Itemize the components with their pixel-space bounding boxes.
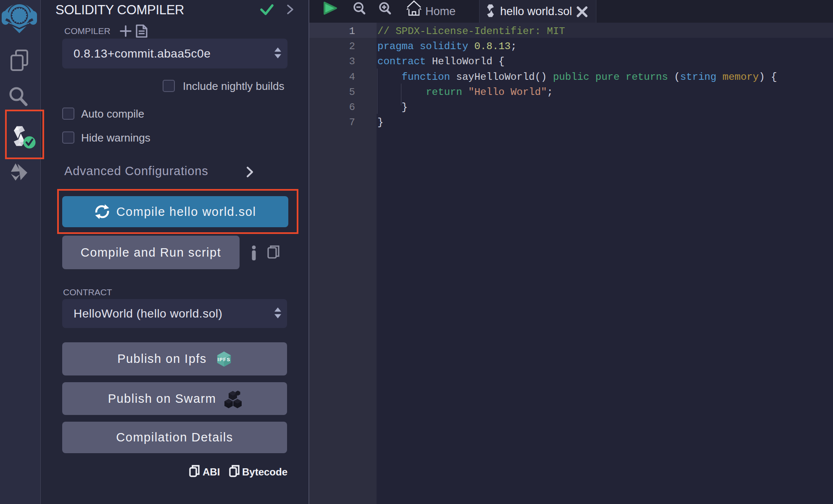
svg-text:IPFS: IPFS <box>217 357 230 362</box>
